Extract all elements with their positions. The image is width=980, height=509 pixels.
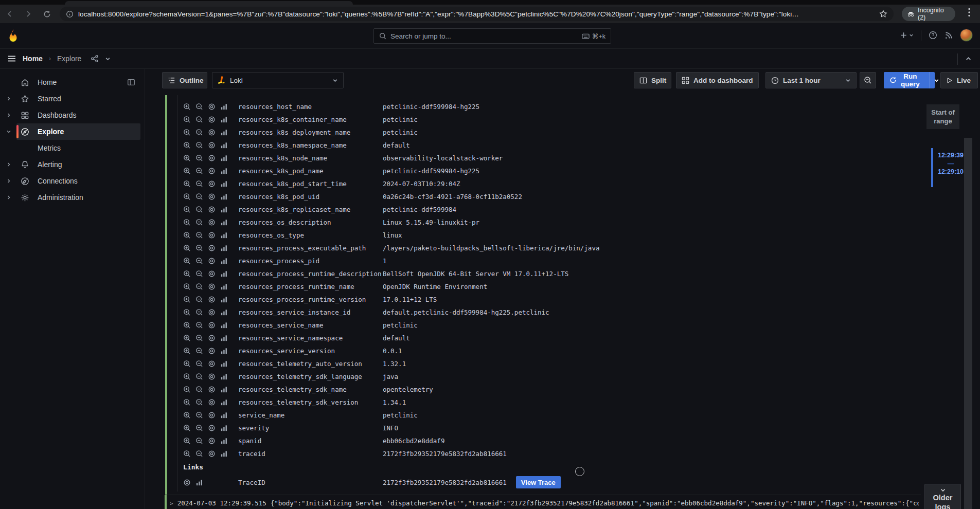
- filter-for-value-icon[interactable]: [183, 321, 191, 329]
- outline-button[interactable]: Outline: [162, 72, 207, 88]
- stats-icon[interactable]: [220, 257, 228, 265]
- eye-icon[interactable]: [208, 360, 216, 368]
- incognito-badge[interactable]: Incognito (2): [902, 7, 955, 21]
- sidebar-item-dashboards[interactable]: Dashboards: [0, 107, 145, 123]
- eye-icon[interactable]: [208, 231, 216, 239]
- filter-out-value-icon[interactable]: [195, 154, 203, 162]
- filter-for-value-icon[interactable]: [183, 180, 191, 188]
- eye-icon[interactable]: [208, 116, 216, 123]
- eye-icon[interactable]: [208, 283, 216, 290]
- chevron-right-icon[interactable]: [5, 195, 13, 200]
- stats-icon[interactable]: [220, 386, 228, 393]
- filter-out-value-icon[interactable]: [195, 206, 203, 213]
- eye-icon[interactable]: [208, 411, 216, 419]
- eye-icon[interactable]: [208, 347, 216, 355]
- search-input[interactable]: Search or jump to... ⌘+k: [373, 28, 611, 44]
- filter-for-value-icon[interactable]: [183, 334, 191, 342]
- filter-out-value-icon[interactable]: [195, 450, 203, 458]
- filter-for-value-icon[interactable]: [183, 437, 191, 445]
- sidebar-item-metrics[interactable]: Metrics: [0, 140, 145, 156]
- filter-for-value-icon[interactable]: [183, 450, 191, 458]
- chevron-down-icon[interactable]: [5, 129, 13, 134]
- vertical-scrollbar[interactable]: [964, 138, 972, 509]
- filter-for-value-icon[interactable]: [183, 347, 191, 355]
- filter-out-value-icon[interactable]: [195, 244, 203, 252]
- stats-icon[interactable]: [220, 296, 228, 303]
- stats-icon[interactable]: [220, 321, 228, 329]
- eye-icon[interactable]: [208, 154, 216, 162]
- stats-icon[interactable]: [220, 116, 228, 123]
- filter-out-value-icon[interactable]: [195, 180, 203, 188]
- stats-icon[interactable]: [220, 373, 228, 380]
- filter-for-value-icon[interactable]: [183, 373, 191, 380]
- stats-icon[interactable]: [220, 231, 228, 239]
- expand-caret-icon[interactable]: >: [170, 500, 173, 507]
- filter-for-value-icon[interactable]: [183, 116, 191, 123]
- reload-icon[interactable]: [41, 8, 52, 20]
- new-menu-button[interactable]: [900, 31, 914, 39]
- filter-out-value-icon[interactable]: [195, 386, 203, 393]
- filter-out-value-icon[interactable]: [195, 129, 203, 136]
- grafana-logo-icon[interactable]: [6, 28, 20, 42]
- filter-out-value-icon[interactable]: [195, 437, 203, 445]
- eye-icon[interactable]: [208, 244, 216, 252]
- run-query-button[interactable]: Run query: [884, 72, 935, 88]
- share-icon[interactable]: [91, 54, 99, 63]
- filter-out-value-icon[interactable]: [195, 411, 203, 419]
- eye-icon[interactable]: [208, 450, 216, 458]
- filter-for-value-icon[interactable]: [183, 231, 191, 239]
- filter-for-value-icon[interactable]: [183, 283, 191, 290]
- user-avatar[interactable]: [960, 29, 973, 42]
- eye-icon[interactable]: [208, 193, 216, 201]
- eye-icon[interactable]: [208, 206, 216, 213]
- filter-out-value-icon[interactable]: [195, 231, 203, 239]
- eye-icon[interactable]: [208, 321, 216, 329]
- chevron-down-icon[interactable]: [105, 56, 111, 62]
- chevron-right-icon[interactable]: [5, 178, 13, 184]
- filter-out-value-icon[interactable]: [195, 193, 203, 201]
- forward-icon[interactable]: [23, 8, 34, 20]
- filter-for-value-icon[interactable]: [183, 398, 191, 406]
- browser-tab[interactable]: [65, 1, 353, 5]
- view-trace-button[interactable]: View Trace: [516, 476, 561, 488]
- breadcrumb-home[interactable]: Home: [23, 54, 43, 63]
- eye-icon[interactable]: [208, 437, 216, 445]
- address-bar[interactable]: localhost:8000/explore?schemaVersion=1&p…: [60, 7, 894, 21]
- filter-out-value-icon[interactable]: [195, 373, 203, 380]
- news-rss-icon[interactable]: [945, 31, 953, 40]
- eye-icon[interactable]: [208, 270, 216, 278]
- stats-icon[interactable]: [220, 347, 228, 355]
- stats-icon[interactable]: [220, 334, 228, 342]
- mega-menu-icon[interactable]: [7, 54, 16, 63]
- eye-icon[interactable]: [208, 308, 216, 316]
- stats-icon[interactable]: [220, 398, 228, 406]
- stats-icon[interactable]: [220, 411, 228, 419]
- filter-out-value-icon[interactable]: [195, 103, 203, 111]
- filter-for-value-icon[interactable]: [183, 411, 191, 419]
- filter-for-value-icon[interactable]: [183, 129, 191, 136]
- filter-for-value-icon[interactable]: [183, 360, 191, 368]
- eye-icon[interactable]: [208, 334, 216, 342]
- sidebar-item-explore[interactable]: Explore: [0, 123, 145, 140]
- stats-icon[interactable]: [220, 167, 228, 175]
- filter-for-value-icon[interactable]: [183, 167, 191, 175]
- older-logs-button[interactable]: Older logs: [924, 484, 961, 509]
- filter-out-value-icon[interactable]: [195, 398, 203, 406]
- eye-icon[interactable]: [208, 257, 216, 265]
- filter-for-value-icon[interactable]: [183, 193, 191, 201]
- eye-icon[interactable]: [208, 386, 216, 393]
- live-button[interactable]: Live: [940, 72, 978, 88]
- help-icon[interactable]: [929, 31, 937, 40]
- back-icon[interactable]: [4, 8, 15, 20]
- stats-icon[interactable]: [220, 219, 228, 226]
- filter-for-value-icon[interactable]: [183, 308, 191, 316]
- stats-icon[interactable]: [220, 450, 228, 458]
- filter-for-value-icon[interactable]: [183, 103, 191, 111]
- filter-out-value-icon[interactable]: [195, 283, 203, 290]
- stats-icon[interactable]: [220, 270, 228, 278]
- datasource-picker[interactable]: Loki: [212, 72, 344, 88]
- split-button[interactable]: Split: [634, 72, 671, 88]
- stats-icon[interactable]: [220, 129, 228, 136]
- sidebar-item-home[interactable]: Home: [0, 74, 145, 90]
- eye-icon[interactable]: [208, 180, 216, 188]
